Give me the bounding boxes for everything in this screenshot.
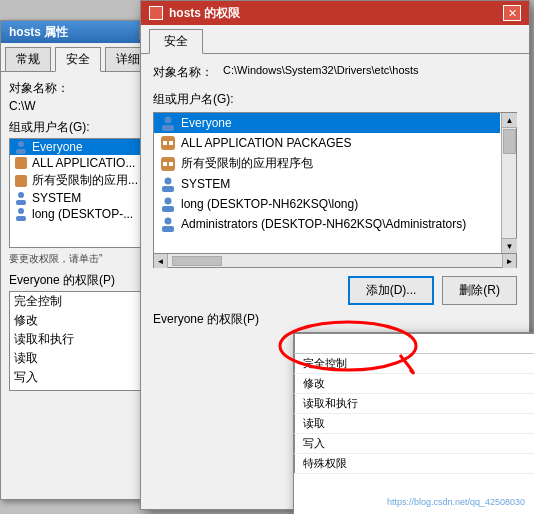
main-user-allapps[interactable]: ALL APPLICATION PACKAGES <box>154 133 500 153</box>
svg-rect-11 <box>163 141 167 145</box>
svg-rect-9 <box>162 125 174 131</box>
perm-read-allow[interactable] <box>527 414 534 434</box>
svg-rect-19 <box>162 206 174 212</box>
main-user-admins-label: Administrators (DESKTOP-NH62KSQ\Administ… <box>181 217 466 231</box>
perm-row-fullcontrol: 完全控制 <box>295 354 535 374</box>
perm-row-modify: 修改 <box>295 374 535 394</box>
hscroll-track <box>168 254 502 267</box>
perm-modify-allow[interactable] <box>527 374 534 394</box>
svg-rect-5 <box>16 200 26 205</box>
bg-perm-fullcontrol-name: 完全控制 <box>14 293 142 310</box>
main-btn-row: 添加(D)... 删除(R) <box>153 276 517 305</box>
main-user-allapps-label: ALL APPLICATION PACKAGES <box>181 136 352 150</box>
vscroll-track <box>502 128 516 238</box>
svg-point-16 <box>165 178 172 185</box>
main-title-bar: hosts 的权限 ✕ <box>141 1 529 25</box>
perm-row-special: 特殊权限 <box>295 454 535 474</box>
main-user-system-label: SYSTEM <box>181 177 230 191</box>
perm-modify-name: 修改 <box>295 374 527 394</box>
perm-write-name: 写入 <box>295 434 527 454</box>
svg-rect-1 <box>16 149 26 154</box>
svg-point-0 <box>18 141 24 147</box>
main-user-everyone[interactable]: Everyone <box>154 113 500 133</box>
hscroll-thumb[interactable] <box>172 256 222 266</box>
main-group-listbox[interactable]: Everyone ALL APPLICATION PACKAGES 所有受限制的… <box>154 113 516 253</box>
svg-rect-17 <box>162 186 174 192</box>
svg-rect-12 <box>169 141 173 145</box>
user-icon-system <box>14 191 28 205</box>
main-object-label: 对象名称： <box>153 64 223 81</box>
hscroll-left-btn[interactable]: ◄ <box>154 254 168 268</box>
perm-row-write: 写入 <box>295 434 535 454</box>
vscroll-down-btn[interactable]: ▼ <box>502 238 517 253</box>
app-icon-main-allapps <box>160 135 176 151</box>
bg-perm-special-name: 特殊限根 <box>14 388 142 391</box>
user-icon-main-long <box>160 196 176 212</box>
main-dialog-tabs: 安全 <box>141 25 529 54</box>
perm-special-allow[interactable] <box>527 454 534 474</box>
perm-read-name: 读取 <box>295 414 527 434</box>
bg-perm-modify-name: 修改 <box>14 312 142 329</box>
main-object-row: 对象名称： C:\Windows\System32\Drivers\etc\ho… <box>153 64 517 81</box>
hscroll-right-btn[interactable]: ► <box>502 254 516 268</box>
bg-tab-security[interactable]: 安全 <box>55 47 101 72</box>
perm-table-body: 完全控制 修改 读取和执行 读取 <box>295 354 535 474</box>
main-tab-security[interactable]: 安全 <box>149 29 203 54</box>
perm-fullcontrol-name: 完全控制 <box>295 354 527 374</box>
vscrollbar[interactable]: ▲ ▼ <box>501 113 516 253</box>
perm-special-name: 特殊权限 <box>295 454 527 474</box>
vscroll-thumb[interactable] <box>503 129 516 154</box>
add-btn[interactable]: 添加(D)... <box>348 276 435 305</box>
app-icon-restricted <box>14 174 28 188</box>
svg-rect-2 <box>15 157 27 169</box>
svg-rect-3 <box>15 175 27 187</box>
svg-rect-15 <box>169 162 173 166</box>
main-user-admins[interactable]: Administrators (DESKTOP-NH62KSQ\Administ… <box>154 214 500 234</box>
user-icon-everyone <box>14 140 28 154</box>
bg-perm-readexec-name: 读取和执行 <box>14 331 142 348</box>
bg-user-restricted-label: 所有受限制的应用... <box>32 172 138 189</box>
perm-col-allow: 允许 <box>527 334 534 354</box>
svg-point-4 <box>18 192 24 198</box>
main-perm-table: 允许 拒绝 完全控制 修改 读取 <box>294 333 534 474</box>
perm-table-header: 允许 拒绝 <box>295 334 535 354</box>
bg-title-text: hosts 属性 <box>9 24 68 41</box>
svg-rect-7 <box>16 216 26 221</box>
bg-perm-read-name: 读取 <box>14 350 142 367</box>
user-icon-main-everyone <box>160 115 176 131</box>
svg-point-18 <box>165 198 172 205</box>
dialog-icon <box>149 6 163 20</box>
svg-rect-21 <box>162 226 174 232</box>
user-icon-long <box>14 207 28 221</box>
main-perm-label: Everyone 的权限(P) <box>153 311 517 328</box>
bg-perm-write-name: 写入 <box>14 369 142 386</box>
svg-point-8 <box>165 117 172 124</box>
main-user-restricted[interactable]: 所有受限制的应用程序包 <box>154 153 500 174</box>
main-dialog: hosts 的权限 ✕ 安全 对象名称： C:\Windows\System32… <box>140 0 530 510</box>
app-icon-allapplication <box>14 156 28 170</box>
perm-row-readexec: 读取和执行 <box>295 394 535 414</box>
perm-fullcontrol-allow[interactable] <box>527 354 534 374</box>
user-icon-main-system <box>160 176 176 192</box>
main-user-long-label: long (DESKTOP-NH62KSQ\long) <box>181 197 358 211</box>
bg-user-long-label: long (DESKTOP-... <box>32 207 133 221</box>
main-title-text: hosts 的权限 <box>169 5 503 22</box>
vscroll-up-btn[interactable]: ▲ <box>502 113 517 128</box>
main-user-everyone-label: Everyone <box>181 116 232 130</box>
main-close-btn[interactable]: ✕ <box>503 5 521 21</box>
bg-tab-general[interactable]: 常规 <box>5 47 51 71</box>
main-perm-table-wrapper: 允许 拒绝 完全控制 修改 读取 <box>293 332 534 514</box>
main-object-value: C:\Windows\System32\Drivers\etc\hosts <box>223 64 419 76</box>
main-user-system[interactable]: SYSTEM <box>154 174 500 194</box>
remove-btn[interactable]: 删除(R) <box>442 276 517 305</box>
main-user-restricted-label: 所有受限制的应用程序包 <box>181 155 313 172</box>
perm-readexec-allow[interactable] <box>527 394 534 414</box>
svg-rect-14 <box>163 162 167 166</box>
hscrollbar[interactable]: ◄ ► <box>153 254 517 268</box>
bg-user-allapplication-label: ALL APPLICATIO... <box>32 156 135 170</box>
svg-point-6 <box>18 208 24 214</box>
perm-write-allow[interactable] <box>527 434 534 454</box>
app-icon-main-restricted <box>160 156 176 172</box>
main-user-long[interactable]: long (DESKTOP-NH62KSQ\long) <box>154 194 500 214</box>
perm-row-read: 读取 <box>295 414 535 434</box>
